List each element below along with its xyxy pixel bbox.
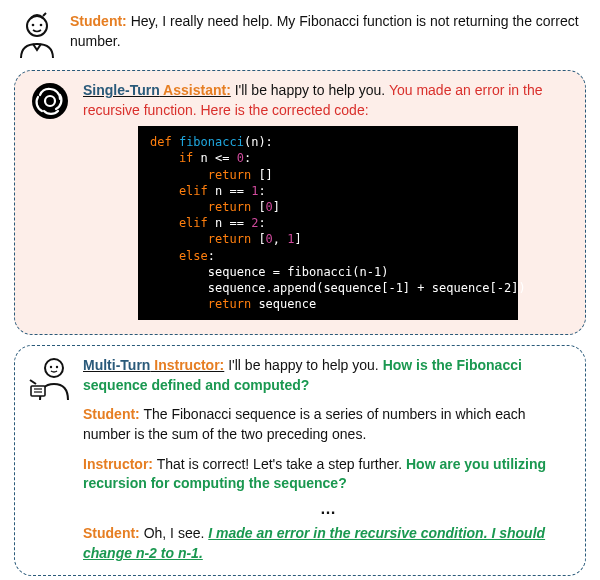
student-role-label-2: Student:: [83, 406, 140, 422]
student-role-label: Student:: [70, 13, 127, 29]
student-reply-final: Student: Oh, I see. I made an error in t…: [83, 524, 573, 563]
single-turn-panel: Single-Turn Assistant: I'll be happy to …: [14, 70, 586, 335]
svg-line-3: [43, 13, 46, 16]
instructor-reply-2: Instructor: That is correct! Let's take …: [83, 455, 573, 494]
student-intro-text: Student: Hey, I really need help. My Fib…: [70, 12, 586, 60]
openai-logo-icon: [30, 81, 70, 121]
multi-turn-intro: I'll be happy to help you.: [224, 357, 382, 373]
single-turn-intro: I'll be happy to help you.: [231, 82, 389, 98]
student-reply-1: Student: The Fibonacci sequence is a ser…: [83, 405, 573, 444]
svg-line-12: [30, 380, 36, 384]
student-intro-row: Student: Hey, I really need help. My Fib…: [14, 12, 586, 60]
assistant-avatar: [27, 81, 73, 121]
svg-point-2: [40, 24, 43, 27]
instructor-avatar: [27, 356, 73, 406]
svg-point-1: [32, 24, 35, 27]
svg-rect-9: [31, 386, 45, 396]
multi-turn-panel: Multi-Turn Instructor: I'll be happy to …: [14, 345, 586, 576]
student-role-label-3: Student:: [83, 525, 140, 541]
svg-point-0: [27, 16, 47, 36]
instructor-icon: [28, 356, 72, 406]
multi-turn-role: Multi-Turn Instructor:: [83, 357, 224, 373]
single-turn-role: Single-Turn Assistant:: [83, 82, 231, 98]
student-avatar: [14, 12, 60, 60]
student-intro-body: Hey, I really need help. My Fibonacci fu…: [70, 13, 579, 49]
svg-point-7: [50, 366, 52, 368]
svg-point-6: [45, 359, 63, 377]
svg-point-8: [56, 366, 58, 368]
instructor-role-label-2: Instructor:: [83, 456, 153, 472]
code-block: def fibonacci(n): if n <= 0: return [] e…: [138, 126, 518, 320]
student-icon: [15, 12, 59, 60]
ellipsis: …: [83, 498, 573, 520]
